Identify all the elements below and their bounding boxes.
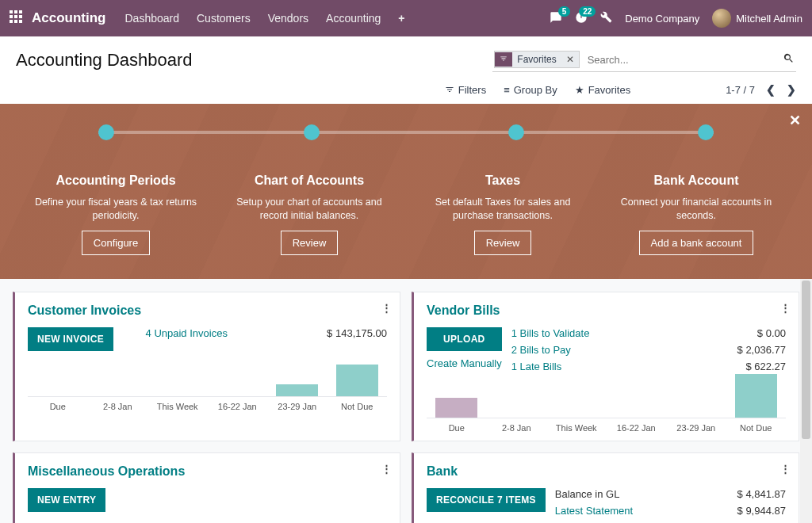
bank-stats: Balance in GL$ 4,841.87 Latest Statement…: [555, 488, 786, 517]
svg-rect-8: [19, 20, 22, 23]
new-invoice-button[interactable]: NEW INVOICE: [28, 327, 113, 351]
card-title[interactable]: Customer Invoices: [28, 303, 387, 318]
pager-value[interactable]: 1-7 / 7: [726, 84, 755, 96]
upload-button[interactable]: UPLOAD: [427, 327, 502, 351]
main-navbar: Accounting Dashboard Customers Vendors A…: [0, 0, 812, 36]
latest-statement-value: $ 9,944.87: [737, 505, 786, 517]
activities-badge: 22: [579, 6, 596, 17]
user-name: Mitchell Admin: [736, 13, 802, 25]
unpaid-invoices-link[interactable]: 4 Unpaid Invoices: [123, 327, 251, 339]
pager-next-icon[interactable]: ❯: [787, 83, 796, 96]
nav-dashboard[interactable]: Dashboard: [125, 12, 180, 25]
bills-validate-link[interactable]: 1 Bills to Validate: [511, 327, 757, 339]
onboard-step-taxes: Taxes Set default Taxes for sales and pu…: [406, 174, 599, 255]
configure-button[interactable]: Configure: [82, 231, 150, 255]
balance-gl-label: Balance in GL: [555, 488, 737, 500]
review-coa-button[interactable]: Review: [281, 231, 339, 255]
add-bank-button[interactable]: Add a bank account: [639, 231, 754, 255]
facet-label: Favorites: [512, 52, 561, 67]
step-title: Taxes: [485, 174, 520, 188]
svg-rect-7: [14, 20, 17, 23]
step-desc: Define your fiscal years & tax returns p…: [29, 196, 203, 223]
avatar: [712, 9, 731, 28]
vertical-scrollbar[interactable]: [800, 279, 812, 523]
search-bar[interactable]: Favorites ✕: [492, 48, 796, 72]
page-title: Accounting Dashboard: [16, 50, 193, 71]
vendor-bills-chart: Due2-8 JanThis Week16-22 Jan23-29 JanNot…: [427, 385, 786, 433]
pager-prev-icon[interactable]: ❮: [766, 83, 776, 96]
onboard-step-coa: Chart of Accounts Setup your chart of ac…: [213, 174, 406, 255]
step-title: Accounting Periods: [56, 174, 175, 188]
card-vendor-bills: ⋮ Vendor Bills UPLOAD Create Manually 1 …: [412, 292, 799, 441]
nav-accounting[interactable]: Accounting: [326, 12, 381, 25]
pager: 1-7 / 7 ❮ ❯: [726, 83, 796, 96]
messages-icon[interactable]: 5: [550, 11, 562, 26]
search-icon[interactable]: [783, 52, 795, 67]
user-menu[interactable]: Mitchell Admin: [712, 9, 802, 28]
step-desc: Set default Taxes for sales and purchase…: [416, 196, 590, 223]
close-icon[interactable]: ✕: [789, 112, 801, 129]
card-misc-operations: ⋮ Miscellaneous Operations NEW ENTRY: [13, 452, 400, 523]
groupby-label: Group By: [514, 84, 557, 96]
customer-invoices-chart: Due2-8 JanThis Week16-22 Jan23-29 JanNot…: [28, 364, 387, 411]
svg-rect-4: [14, 15, 17, 18]
card-bank: ⋮ Bank RECONCILE 7 ITEMS Balance in GL$ …: [412, 452, 799, 523]
favorites-button[interactable]: ★ Favorites: [575, 84, 630, 96]
review-taxes-button[interactable]: Review: [474, 231, 532, 255]
bills-late-link[interactable]: 1 Late Bills: [511, 361, 746, 372]
facet-remove-icon[interactable]: ✕: [561, 52, 579, 67]
latest-statement-link[interactable]: Latest Statement: [555, 505, 737, 517]
card-menu-icon[interactable]: ⋮: [381, 302, 392, 314]
onboard-step-bank: Bank Account Connect your financial acco…: [599, 174, 793, 255]
progress-dot-1: [98, 124, 114, 140]
kanban-dashboard: ⋮ Customer Invoices NEW INVOICE 4 Unpaid…: [0, 279, 812, 523]
card-menu-icon[interactable]: ⋮: [780, 302, 791, 314]
progress-dot-4: [698, 124, 714, 140]
favorites-label: Favorites: [588, 84, 630, 96]
svg-rect-6: [10, 20, 13, 23]
svg-rect-3: [10, 15, 13, 18]
reconcile-button[interactable]: RECONCILE 7 ITEMS: [427, 488, 546, 512]
bills-late-amount: $ 622.27: [745, 361, 786, 372]
activities-icon[interactable]: 22: [575, 11, 588, 26]
onboarding-banner: ✕ Accounting Periods Define your fiscal …: [0, 104, 812, 279]
nav-plus-icon[interactable]: +: [398, 12, 404, 25]
bills-validate-amount: $ 0.00: [757, 327, 786, 339]
groupby-button[interactable]: ≡ Group By: [504, 84, 557, 96]
progress-dot-2: [304, 124, 320, 140]
svg-rect-0: [10, 10, 13, 13]
step-title: Bank Account: [654, 174, 739, 188]
vendor-bills-stats: 1 Bills to Validate$ 0.00 2 Bills to Pay…: [511, 327, 786, 372]
nav-vendors[interactable]: Vendors: [268, 12, 308, 25]
apps-icon[interactable]: [10, 10, 22, 27]
company-switcher[interactable]: Demo Company: [625, 13, 699, 25]
card-menu-icon[interactable]: ⋮: [381, 463, 392, 475]
onboard-step-periods: Accounting Periods Define your fiscal ye…: [19, 174, 213, 255]
step-title: Chart of Accounts: [255, 174, 364, 188]
card-title[interactable]: Bank: [427, 464, 786, 479]
step-desc: Setup your chart of accounts and record …: [222, 196, 396, 223]
scrollbar-thumb[interactable]: [802, 281, 810, 439]
nav-menu: Dashboard Customers Vendors Accounting +: [125, 12, 405, 25]
nav-customers[interactable]: Customers: [197, 12, 251, 25]
messages-badge: 5: [558, 6, 571, 17]
new-entry-button[interactable]: NEW ENTRY: [28, 488, 105, 512]
card-customer-invoices: ⋮ Customer Invoices NEW INVOICE 4 Unpaid…: [13, 292, 400, 441]
card-menu-icon[interactable]: ⋮: [780, 463, 791, 475]
bills-pay-amount: $ 2,036.77: [737, 344, 786, 356]
app-brand[interactable]: Accounting: [32, 10, 106, 26]
bills-pay-link[interactable]: 2 Bills to Pay: [511, 344, 737, 356]
svg-rect-5: [19, 15, 22, 18]
search-input[interactable]: [586, 53, 795, 67]
card-title[interactable]: Miscellaneous Operations: [28, 464, 387, 479]
create-manually-link[interactable]: Create Manually: [427, 357, 502, 369]
filters-button[interactable]: Filters: [445, 84, 486, 96]
star-icon: ★: [575, 84, 584, 96]
step-desc: Connect your financial accounts in secon…: [609, 196, 783, 223]
progress-dot-3: [508, 124, 524, 140]
filters-label: Filters: [458, 84, 486, 96]
card-title[interactable]: Vendor Bills: [427, 303, 786, 318]
search-toolbar: Filters ≡ Group By ★ Favorites: [445, 84, 630, 96]
unpaid-invoices-amount: $ 143,175.00: [260, 327, 388, 339]
debug-icon[interactable]: [600, 11, 612, 25]
